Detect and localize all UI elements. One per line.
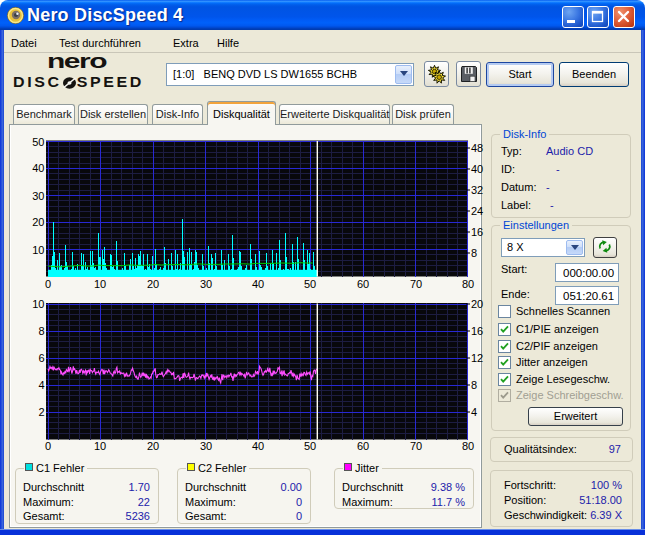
svg-text:50: 50 xyxy=(304,278,316,290)
svg-text:12: 12 xyxy=(471,352,483,364)
svg-text:70: 70 xyxy=(410,440,422,452)
svg-text:60: 60 xyxy=(357,440,369,452)
svg-text:48: 48 xyxy=(471,142,483,154)
svg-text:40: 40 xyxy=(32,162,44,174)
svg-text:10: 10 xyxy=(32,298,44,310)
svg-text:80: 80 xyxy=(462,440,474,452)
svg-text:0: 0 xyxy=(45,278,51,290)
svg-text:16: 16 xyxy=(471,325,483,337)
svg-text:50: 50 xyxy=(32,136,44,148)
svg-text:20: 20 xyxy=(471,298,483,310)
svg-text:2: 2 xyxy=(38,406,44,418)
svg-text:50: 50 xyxy=(304,440,316,452)
svg-text:10: 10 xyxy=(32,244,44,256)
svg-text:10: 10 xyxy=(94,278,106,290)
svg-text:8: 8 xyxy=(471,379,477,391)
svg-text:70: 70 xyxy=(410,278,422,290)
svg-text:6: 6 xyxy=(38,352,44,364)
svg-text:30: 30 xyxy=(200,278,212,290)
svg-text:80: 80 xyxy=(462,278,474,290)
svg-text:30: 30 xyxy=(32,190,44,202)
svg-text:20: 20 xyxy=(147,278,159,290)
svg-text:20: 20 xyxy=(32,216,44,228)
svg-text:0: 0 xyxy=(45,440,51,452)
svg-text:4: 4 xyxy=(38,379,44,391)
svg-text:10: 10 xyxy=(94,440,106,452)
svg-text:8: 8 xyxy=(38,325,44,337)
svg-text:16: 16 xyxy=(471,226,483,238)
svg-text:8: 8 xyxy=(471,247,477,259)
svg-text:30: 30 xyxy=(200,440,212,452)
svg-text:4: 4 xyxy=(471,406,477,418)
svg-text:60: 60 xyxy=(357,278,369,290)
svg-text:32: 32 xyxy=(471,184,483,196)
svg-text:40: 40 xyxy=(252,440,264,452)
svg-text:24: 24 xyxy=(471,205,483,217)
svg-text:20: 20 xyxy=(147,440,159,452)
svg-text:40: 40 xyxy=(471,163,483,175)
svg-text:40: 40 xyxy=(252,278,264,290)
